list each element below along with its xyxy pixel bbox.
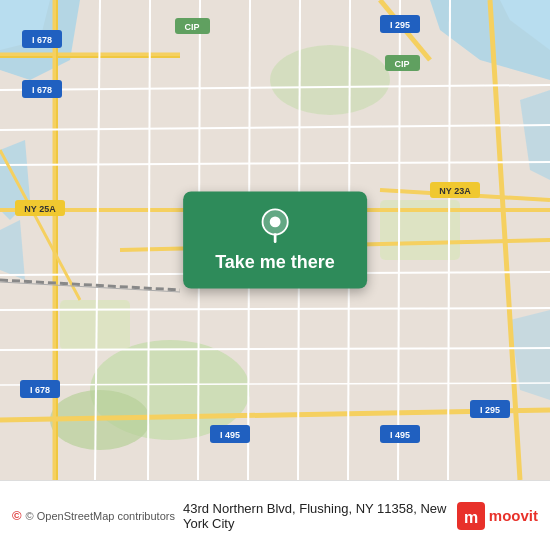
svg-point-61: [270, 217, 281, 228]
take-me-there-button[interactable]: Take me there: [183, 192, 367, 289]
svg-text:NY 25A: NY 25A: [24, 204, 56, 214]
info-bar: © © OpenStreetMap contributors 43rd Nort…: [0, 480, 550, 550]
moovit-logo: m moovit: [457, 502, 538, 530]
svg-text:I 495: I 495: [220, 430, 240, 440]
svg-text:I 295: I 295: [480, 405, 500, 415]
attribution: © © OpenStreetMap contributors: [12, 508, 175, 523]
moovit-label: moovit: [489, 507, 538, 524]
svg-text:I 678: I 678: [30, 385, 50, 395]
attribution-text: © OpenStreetMap contributors: [26, 510, 175, 522]
address-text: 43rd Northern Blvd, Flushing, NY 11358, …: [175, 501, 457, 531]
svg-text:I 678: I 678: [32, 35, 52, 45]
svg-text:NY 23A: NY 23A: [439, 186, 471, 196]
svg-point-3: [270, 45, 390, 115]
map-container: I 678 I 678 I 678 NY 25A NY 25A NY 23A N…: [0, 0, 550, 480]
osm-logo: ©: [12, 508, 22, 523]
svg-text:m: m: [464, 509, 478, 526]
svg-text:I 295: I 295: [390, 20, 410, 30]
moovit-brand-icon: m: [457, 502, 485, 530]
svg-text:CIP: CIP: [184, 22, 199, 32]
svg-text:I 495: I 495: [390, 430, 410, 440]
location-pin-icon: [257, 208, 293, 244]
svg-text:I 678: I 678: [32, 85, 52, 95]
svg-text:CIP: CIP: [394, 59, 409, 69]
svg-rect-5: [60, 300, 130, 350]
take-me-there-label: Take me there: [215, 252, 335, 273]
